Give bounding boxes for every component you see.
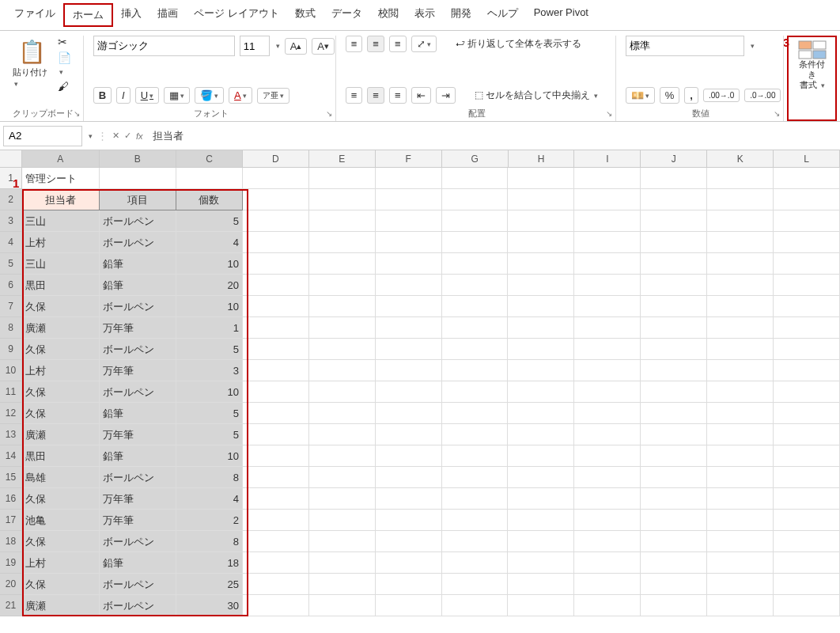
row-header-12[interactable]: 12 [0,403,22,424]
cut-button[interactable]: ✂ [58,36,76,48]
cell[interactable] [309,381,376,403]
cell[interactable] [574,510,641,531]
cell-b-11[interactable]: ボールペン [100,381,177,403]
cell[interactable] [442,275,509,296]
cell[interactable] [707,275,774,296]
cell[interactable] [641,189,707,210]
cell[interactable] [243,488,309,510]
percent-button[interactable]: % [660,87,680,104]
cell-b-3[interactable]: ボールペン [100,210,177,232]
column-header-G[interactable]: G [442,150,509,168]
row-header-3[interactable]: 3 [0,210,22,232]
cell[interactable] [707,510,774,531]
cell-c-15[interactable]: 8 [176,467,243,488]
cell[interactable] [376,424,442,445]
cell[interactable] [707,296,774,317]
tab-formulas[interactable]: 数式 [287,3,324,27]
cell[interactable] [376,253,442,275]
cell[interactable] [574,424,641,445]
cell[interactable] [707,210,774,232]
tab-powerpivot[interactable]: Power Pivot [526,3,596,27]
cell-a-10[interactable]: 上村 [22,360,100,381]
name-box[interactable] [3,126,82,146]
cell[interactable] [774,574,840,595]
cell[interactable] [442,168,509,189]
cell-c-6[interactable]: 20 [176,275,243,296]
row-header-14[interactable]: 14 [0,445,22,467]
cell-a-19[interactable]: 上村 [22,552,100,574]
cell-a-15[interactable]: 島雄 [22,467,100,488]
cell[interactable] [376,232,442,253]
cell-c-10[interactable]: 3 [176,360,243,381]
row-header-5[interactable]: 5 [0,253,22,275]
paste-button[interactable]: 📋 貼り付け▾ [9,36,55,93]
cell[interactable] [574,253,641,275]
cell[interactable] [508,552,574,574]
cell[interactable] [574,168,641,189]
tab-home[interactable]: ホーム [63,3,113,27]
cell[interactable] [442,424,509,445]
row-header-8[interactable]: 8 [0,317,22,339]
font-launcher[interactable]: ↘ [326,109,332,118]
cell-b-5[interactable]: 鉛筆 [100,253,177,275]
cell[interactable] [309,360,376,381]
cell[interactable] [442,360,509,381]
cell[interactable] [508,275,574,296]
cell[interactable] [641,381,707,403]
cell[interactable] [309,403,376,424]
cell[interactable] [774,253,840,275]
format-painter-button[interactable]: 🖌 [58,80,76,93]
cell[interactable] [508,317,574,339]
decrease-indent-button[interactable]: ⇤ [411,87,431,104]
cell[interactable] [707,552,774,574]
cell[interactable] [574,445,641,467]
cell[interactable] [641,253,707,275]
cell[interactable] [376,275,442,296]
cell[interactable] [641,595,707,616]
name-box-dropdown[interactable]: ▾ [89,132,93,140]
cell[interactable] [442,467,509,488]
cell-a-18[interactable]: 久保 [22,531,100,552]
cell[interactable] [574,381,641,403]
row-header-10[interactable]: 10 [0,360,22,381]
conditional-formatting-button[interactable]: 条件付き 書式 ▾ [787,36,837,121]
header-b[interactable]: 項目 [100,189,177,210]
cell[interactable] [442,189,509,210]
cell[interactable] [376,339,442,360]
cell[interactable] [774,317,840,339]
cell[interactable] [508,381,574,403]
cell[interactable] [774,424,840,445]
cell[interactable] [641,317,707,339]
cell-a-20[interactable]: 久保 [22,574,100,595]
cell-b-10[interactable]: 万年筆 [100,360,177,381]
cell-b-9[interactable]: ボールペン [100,339,177,360]
cell-c-16[interactable]: 4 [176,488,243,510]
cell[interactable] [574,488,641,510]
cell-b-8[interactable]: 万年筆 [100,317,177,339]
align-left-button[interactable]: ≡ [346,87,363,104]
clipboard-launcher[interactable]: ↘ [74,109,80,118]
cell[interactable] [176,168,243,189]
cell-c-3[interactable]: 5 [176,210,243,232]
cell[interactable] [442,574,509,595]
column-header-A[interactable]: A [22,150,100,168]
align-bottom-button[interactable]: ≡ [389,36,407,52]
decrease-decimal-button[interactable]: .0→.00 [744,89,781,102]
cell[interactable] [508,467,574,488]
cell-c-4[interactable]: 4 [176,232,243,253]
cell[interactable] [508,510,574,531]
cell-a-17[interactable]: 池亀 [22,510,100,531]
cell[interactable] [243,275,309,296]
cell-b-7[interactable]: ボールペン [100,296,177,317]
cell-c-5[interactable]: 10 [176,253,243,275]
cell[interactable] [442,488,509,510]
cell[interactable] [774,531,840,552]
cell[interactable] [376,403,442,424]
cell[interactable] [641,403,707,424]
cell[interactable] [774,467,840,488]
cell[interactable] [309,488,376,510]
cell-b-20[interactable]: ボールペン [100,574,177,595]
column-header-F[interactable]: F [376,150,442,168]
cell[interactable] [508,189,574,210]
cell[interactable] [707,403,774,424]
